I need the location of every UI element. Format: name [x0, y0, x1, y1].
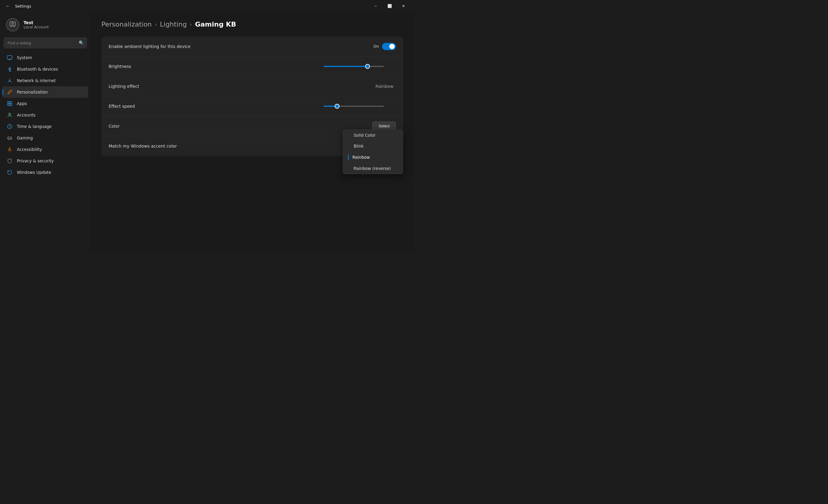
- effect-speed-slider[interactable]: [324, 106, 384, 107]
- user-info: Test Local Account: [24, 20, 49, 29]
- sidebar-item-label-bluetooth: Bluetooth & devices: [17, 67, 58, 72]
- sidebar-item-label-personalization: Personalization: [17, 90, 48, 94]
- close-button[interactable]: ✕: [397, 1, 410, 11]
- sidebar-item-label-gaming: Gaming: [17, 135, 33, 140]
- brightness-row: Brightness: [101, 56, 403, 76]
- apps-icon: [7, 100, 13, 107]
- sidebar-item-accessibility[interactable]: Accessibility: [2, 144, 88, 155]
- nav-list: System Bluetooth & devices Network & int…: [2, 52, 88, 178]
- lighting-effect-row: Lighting effect Rainbow Solid ColorBlink…: [101, 76, 403, 96]
- brightness-label: Brightness: [109, 64, 131, 69]
- sidebar-item-label-network: Network & internet: [17, 78, 56, 83]
- titlebar-left: ← Settings: [4, 2, 31, 10]
- accessibility-icon: [7, 146, 13, 153]
- breadcrumb-sep-2: ›: [190, 21, 192, 28]
- breadcrumb: Personalization › Lighting › Gaming KB: [101, 20, 403, 28]
- dropdown-option-rainbow[interactable]: Rainbow: [343, 152, 403, 163]
- svg-rect-6: [7, 104, 9, 106]
- sidebar-item-label-update: Windows Update: [17, 170, 51, 175]
- color-label: Color: [109, 124, 120, 129]
- effect-speed-slider-container: [324, 106, 396, 107]
- user-profile[interactable]: Test Local Account: [2, 15, 88, 36]
- sidebar-item-label-accessibility: Accessibility: [17, 147, 42, 152]
- lighting-effect-label: Lighting effect: [109, 84, 139, 89]
- sidebar-item-label-time: Time & language: [17, 124, 52, 129]
- user-name: Test: [24, 20, 49, 25]
- brightness-slider[interactable]: [324, 66, 384, 67]
- ambient-lighting-thumb: [389, 44, 395, 49]
- app-title: Settings: [15, 4, 31, 8]
- main-content: Personalization › Lighting › Gaming KB E…: [90, 12, 414, 252]
- svg-rect-7: [10, 104, 12, 106]
- ambient-lighting-label: Enable ambient lighting for this device: [109, 44, 191, 49]
- back-button[interactable]: ←: [4, 2, 12, 10]
- update-icon: [7, 169, 13, 175]
- system-icon: [7, 55, 13, 61]
- svg-rect-0: [10, 22, 15, 26]
- accent-color-label: Match my Windows accent color: [109, 144, 177, 149]
- bluetooth-icon: [7, 66, 13, 72]
- sidebar-item-network[interactable]: Network & internet: [2, 75, 88, 86]
- ambient-lighting-track[interactable]: [382, 43, 396, 50]
- settings-panel: Enable ambient lighting for this device …: [101, 37, 403, 156]
- dropdown-option-solid[interactable]: Solid Color: [343, 130, 403, 141]
- svg-rect-2: [7, 55, 12, 59]
- svg-point-1: [12, 23, 13, 25]
- sidebar-item-label-apps: Apps: [17, 101, 27, 106]
- dropdown-option-blink[interactable]: Blink: [343, 141, 403, 152]
- selected-indicator: [348, 155, 349, 160]
- sidebar-item-bluetooth[interactable]: Bluetooth & devices: [2, 64, 88, 75]
- network-icon: [7, 78, 13, 84]
- dropdown-option-rainbow_reverse[interactable]: Rainbow (reverse): [343, 163, 403, 174]
- titlebar-controls: – ⬜ ✕: [369, 1, 410, 11]
- effect-speed-label: Effect speed: [109, 104, 135, 109]
- svg-rect-5: [10, 101, 12, 103]
- sidebar-item-system[interactable]: System: [2, 52, 88, 64]
- breadcrumb-sep-1: ›: [155, 21, 157, 28]
- svg-point-11: [9, 147, 10, 148]
- ambient-lighting-row: Enable ambient lighting for this device …: [101, 37, 403, 56]
- search-input[interactable]: [4, 37, 87, 48]
- svg-point-8: [9, 113, 10, 115]
- titlebar: ← Settings – ⬜ ✕: [0, 0, 414, 12]
- sidebar-item-label-privacy: Privacy & security: [17, 159, 54, 163]
- search-icon: 🔍: [79, 40, 84, 45]
- sidebar-item-personalization[interactable]: Personalization: [2, 86, 88, 98]
- ambient-lighting-toggle-wrapper: On: [374, 43, 396, 50]
- effect-speed-row: Effect speed: [101, 96, 403, 116]
- lighting-effect-dropdown: Solid ColorBlinkRainbowRainbow (reverse): [343, 129, 403, 174]
- sidebar-item-update[interactable]: Windows Update: [2, 167, 88, 178]
- sidebar: Test Local Account 🔍 System Bluetooth & …: [0, 12, 90, 252]
- ambient-lighting-toggle[interactable]: [382, 43, 396, 50]
- sidebar-item-time[interactable]: Time & language: [2, 121, 88, 132]
- sidebar-item-privacy[interactable]: Privacy & security: [2, 155, 88, 167]
- maximize-button[interactable]: ⬜: [383, 1, 397, 11]
- breadcrumb-lighting[interactable]: Lighting: [160, 20, 187, 28]
- personalization-icon: [7, 89, 13, 95]
- brightness-slider-container: [324, 66, 396, 67]
- sidebar-item-label-accounts: Accounts: [17, 113, 36, 117]
- accounts-icon: [7, 112, 13, 118]
- main-layout: Test Local Account 🔍 System Bluetooth & …: [0, 12, 414, 252]
- svg-rect-4: [7, 101, 9, 103]
- avatar: [6, 18, 19, 31]
- svg-point-3: [9, 80, 10, 81]
- lighting-effect-value: Rainbow: [375, 84, 394, 89]
- time-icon: [7, 123, 13, 129]
- sidebar-item-apps[interactable]: Apps: [2, 98, 88, 109]
- ambient-lighting-toggle-label: On: [374, 44, 379, 49]
- color-select-button[interactable]: Select: [372, 122, 396, 130]
- breadcrumb-personalization[interactable]: Personalization: [101, 20, 152, 28]
- sidebar-item-accounts[interactable]: Accounts: [2, 109, 88, 121]
- privacy-icon: [7, 158, 13, 164]
- minimize-button[interactable]: –: [369, 1, 383, 11]
- user-account-type: Local Account: [24, 25, 49, 29]
- breadcrumb-current: Gaming KB: [195, 20, 236, 28]
- sidebar-item-label-system: System: [17, 55, 32, 60]
- search-box: 🔍: [4, 37, 87, 48]
- sidebar-item-gaming[interactable]: Gaming: [2, 132, 88, 144]
- gaming-icon: [7, 135, 13, 141]
